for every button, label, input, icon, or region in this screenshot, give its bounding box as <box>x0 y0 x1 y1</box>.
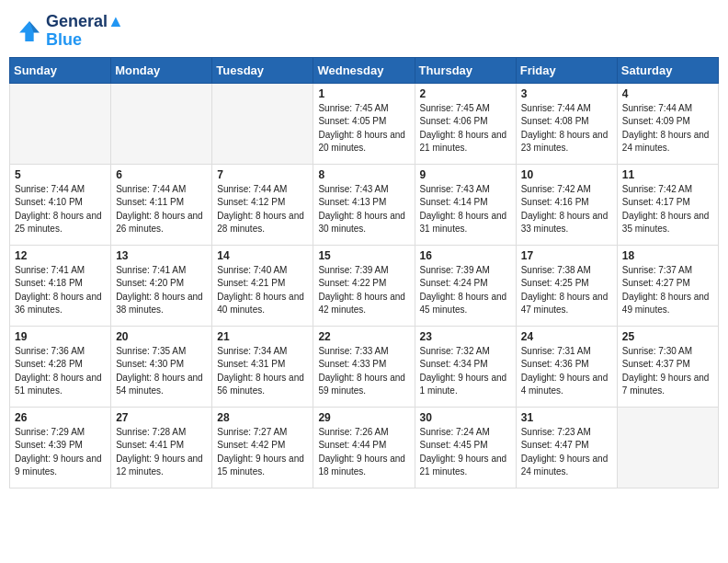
day-info: Sunrise: 7:42 AM Sunset: 4:16 PM Dayligh… <box>521 183 612 236</box>
calendar-cell: 4Sunrise: 7:44 AM Sunset: 4:09 PM Daylig… <box>617 83 718 164</box>
day-info: Sunrise: 7:38 AM Sunset: 4:25 PM Dayligh… <box>521 264 612 317</box>
day-info: Sunrise: 7:37 AM Sunset: 4:27 PM Dayligh… <box>622 264 713 317</box>
calendar-cell: 3Sunrise: 7:44 AM Sunset: 4:08 PM Daylig… <box>516 83 617 164</box>
day-number: 29 <box>318 411 409 424</box>
day-number: 10 <box>521 168 612 181</box>
day-info: Sunrise: 7:26 AM Sunset: 4:44 PM Dayligh… <box>318 426 409 479</box>
calendar-cell <box>212 83 313 164</box>
day-info: Sunrise: 7:27 AM Sunset: 4:42 PM Dayligh… <box>217 426 308 479</box>
day-number: 24 <box>521 330 612 343</box>
day-info: Sunrise: 7:41 AM Sunset: 4:20 PM Dayligh… <box>116 264 207 317</box>
col-header-monday: Monday <box>111 57 212 83</box>
calendar-cell: 14Sunrise: 7:40 AM Sunset: 4:21 PM Dayli… <box>212 245 313 326</box>
calendar-cell: 27Sunrise: 7:28 AM Sunset: 4:41 PM Dayli… <box>111 407 212 488</box>
day-info: Sunrise: 7:44 AM Sunset: 4:10 PM Dayligh… <box>15 183 106 236</box>
day-info: Sunrise: 7:42 AM Sunset: 4:17 PM Dayligh… <box>622 183 713 236</box>
calendar-cell: 7Sunrise: 7:44 AM Sunset: 4:12 PM Daylig… <box>212 164 313 245</box>
day-number: 12 <box>15 249 106 262</box>
calendar-cell: 17Sunrise: 7:38 AM Sunset: 4:25 PM Dayli… <box>516 245 617 326</box>
calendar-cell: 1Sunrise: 7:45 AM Sunset: 4:05 PM Daylig… <box>313 83 415 164</box>
day-number: 31 <box>521 411 612 424</box>
day-number: 3 <box>521 87 612 100</box>
day-number: 7 <box>217 168 308 181</box>
day-number: 15 <box>318 249 409 262</box>
calendar-cell: 16Sunrise: 7:39 AM Sunset: 4:24 PM Dayli… <box>415 245 516 326</box>
day-info: Sunrise: 7:45 AM Sunset: 4:06 PM Dayligh… <box>420 102 511 155</box>
day-number: 16 <box>420 249 511 262</box>
day-number: 11 <box>622 168 713 181</box>
day-info: Sunrise: 7:31 AM Sunset: 4:36 PM Dayligh… <box>521 345 612 398</box>
day-info: Sunrise: 7:23 AM Sunset: 4:47 PM Dayligh… <box>521 426 612 479</box>
day-number: 8 <box>318 168 409 181</box>
calendar-cell: 23Sunrise: 7:32 AM Sunset: 4:34 PM Dayli… <box>415 326 516 407</box>
calendar-cell: 24Sunrise: 7:31 AM Sunset: 4:36 PM Dayli… <box>516 326 617 407</box>
calendar-cell: 29Sunrise: 7:26 AM Sunset: 4:44 PM Dayli… <box>313 407 415 488</box>
day-number: 26 <box>15 411 106 424</box>
header-row: SundayMondayTuesdayWednesdayThursdayFrid… <box>10 57 719 83</box>
day-number: 9 <box>420 168 511 181</box>
day-info: Sunrise: 7:29 AM Sunset: 4:39 PM Dayligh… <box>15 426 106 479</box>
day-info: Sunrise: 7:36 AM Sunset: 4:28 PM Dayligh… <box>15 345 106 398</box>
logo: General▲ Blue <box>17 13 124 50</box>
week-row-4: 26Sunrise: 7:29 AM Sunset: 4:39 PM Dayli… <box>10 407 719 488</box>
week-row-2: 12Sunrise: 7:41 AM Sunset: 4:18 PM Dayli… <box>10 245 719 326</box>
day-info: Sunrise: 7:40 AM Sunset: 4:21 PM Dayligh… <box>217 264 308 317</box>
calendar-cell: 6Sunrise: 7:44 AM Sunset: 4:11 PM Daylig… <box>111 164 212 245</box>
day-number: 5 <box>15 168 106 181</box>
col-header-friday: Friday <box>516 57 617 83</box>
day-number: 20 <box>116 330 207 343</box>
day-info: Sunrise: 7:32 AM Sunset: 4:34 PM Dayligh… <box>420 345 511 398</box>
day-info: Sunrise: 7:43 AM Sunset: 4:13 PM Dayligh… <box>318 183 409 236</box>
day-info: Sunrise: 7:39 AM Sunset: 4:22 PM Dayligh… <box>318 264 409 317</box>
day-info: Sunrise: 7:43 AM Sunset: 4:14 PM Dayligh… <box>420 183 511 236</box>
day-number: 28 <box>217 411 308 424</box>
day-number: 21 <box>217 330 308 343</box>
logo-text: General▲ Blue <box>46 13 124 50</box>
day-info: Sunrise: 7:45 AM Sunset: 4:05 PM Dayligh… <box>318 102 409 155</box>
day-number: 30 <box>420 411 511 424</box>
week-row-3: 19Sunrise: 7:36 AM Sunset: 4:28 PM Dayli… <box>10 326 719 407</box>
calendar-cell: 30Sunrise: 7:24 AM Sunset: 4:45 PM Dayli… <box>415 407 516 488</box>
calendar-cell: 12Sunrise: 7:41 AM Sunset: 4:18 PM Dayli… <box>10 245 111 326</box>
calendar-wrap: SundayMondayTuesdayWednesdayThursdayFrid… <box>0 57 728 498</box>
calendar-cell <box>111 83 212 164</box>
calendar-cell: 22Sunrise: 7:33 AM Sunset: 4:33 PM Dayli… <box>313 326 415 407</box>
calendar-cell: 13Sunrise: 7:41 AM Sunset: 4:20 PM Dayli… <box>111 245 212 326</box>
day-number: 6 <box>116 168 207 181</box>
day-info: Sunrise: 7:30 AM Sunset: 4:37 PM Dayligh… <box>622 345 713 398</box>
day-number: 14 <box>217 249 308 262</box>
calendar-cell <box>10 83 111 164</box>
day-info: Sunrise: 7:28 AM Sunset: 4:41 PM Dayligh… <box>116 426 207 479</box>
day-number: 17 <box>521 249 612 262</box>
calendar-cell: 10Sunrise: 7:42 AM Sunset: 4:16 PM Dayli… <box>516 164 617 245</box>
day-number: 2 <box>420 87 511 100</box>
calendar-cell: 18Sunrise: 7:37 AM Sunset: 4:27 PM Dayli… <box>617 245 718 326</box>
day-info: Sunrise: 7:24 AM Sunset: 4:45 PM Dayligh… <box>420 426 511 479</box>
calendar-cell: 21Sunrise: 7:34 AM Sunset: 4:31 PM Dayli… <box>212 326 313 407</box>
day-number: 1 <box>318 87 409 100</box>
day-info: Sunrise: 7:41 AM Sunset: 4:18 PM Dayligh… <box>15 264 106 317</box>
calendar-cell: 20Sunrise: 7:35 AM Sunset: 4:30 PM Dayli… <box>111 326 212 407</box>
day-info: Sunrise: 7:35 AM Sunset: 4:30 PM Dayligh… <box>116 345 207 398</box>
week-row-1: 5Sunrise: 7:44 AM Sunset: 4:10 PM Daylig… <box>10 164 719 245</box>
calendar-cell: 31Sunrise: 7:23 AM Sunset: 4:47 PM Dayli… <box>516 407 617 488</box>
day-number: 19 <box>15 330 106 343</box>
calendar-cell: 2Sunrise: 7:45 AM Sunset: 4:06 PM Daylig… <box>415 83 516 164</box>
calendar-cell: 19Sunrise: 7:36 AM Sunset: 4:28 PM Dayli… <box>10 326 111 407</box>
calendar-cell: 9Sunrise: 7:43 AM Sunset: 4:14 PM Daylig… <box>415 164 516 245</box>
calendar-cell: 8Sunrise: 7:43 AM Sunset: 4:13 PM Daylig… <box>313 164 415 245</box>
col-header-tuesday: Tuesday <box>212 57 313 83</box>
calendar-cell: 15Sunrise: 7:39 AM Sunset: 4:22 PM Dayli… <box>313 245 415 326</box>
calendar-table: SundayMondayTuesdayWednesdayThursdayFrid… <box>9 57 719 488</box>
day-number: 27 <box>116 411 207 424</box>
day-number: 23 <box>420 330 511 343</box>
day-number: 13 <box>116 249 207 262</box>
day-info: Sunrise: 7:44 AM Sunset: 4:08 PM Dayligh… <box>521 102 612 155</box>
day-number: 4 <box>622 87 713 100</box>
calendar-cell: 26Sunrise: 7:29 AM Sunset: 4:39 PM Dayli… <box>10 407 111 488</box>
calendar-cell: 28Sunrise: 7:27 AM Sunset: 4:42 PM Dayli… <box>212 407 313 488</box>
calendar-cell: 11Sunrise: 7:42 AM Sunset: 4:17 PM Dayli… <box>617 164 718 245</box>
col-header-saturday: Saturday <box>617 57 718 83</box>
col-header-thursday: Thursday <box>415 57 516 83</box>
calendar-cell <box>617 407 718 488</box>
